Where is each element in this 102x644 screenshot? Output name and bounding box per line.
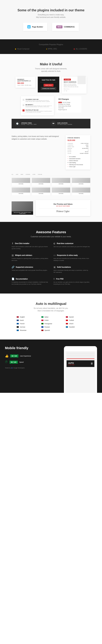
feature-title: Free PSD: [56, 278, 63, 280]
car-item[interactable]: CAR MODEL: [12, 188, 30, 196]
step-item: 2WE REPAIR ITWe honestly estimate the av…: [23, 103, 52, 108]
step-title: YOU PICK UP THE CAR: [25, 110, 52, 110]
car-item[interactable]: CAR MODEL: [72, 188, 90, 196]
oil-title: Oil Changes: [58, 98, 79, 100]
mobile-title: Mobile friendly: [5, 346, 61, 350]
car-item[interactable]: CAR MODEL: [52, 178, 70, 186]
language-item: Slovenian: [17, 330, 36, 331]
feature-icon: ▭: [53, 254, 56, 256]
check-item: ✓Electric Windows: [68, 160, 88, 162]
make-sale-button[interactable]: MAKE SALE: [44, 84, 53, 86]
language-name: Portuguese: [45, 323, 52, 324]
flag-icon: [41, 326, 44, 328]
vendeta-card: PORCHE VENDETA $120.000 CATEGORYFORD, PO…: [66, 135, 90, 170]
car-meta: Used • 2008 • 30.000 miles: [17, 84, 33, 86]
compat-item: ◆Visual Composer: [15, 48, 29, 50]
check-item: ✓Warranty and Free Service: [68, 164, 88, 166]
speed-score-row: ⏱ 89 / 100 Speed: [5, 360, 61, 364]
flag-icon: [41, 320, 44, 321]
feature-desc: Tested and compatible with most popular …: [12, 269, 49, 271]
language-name: Swedish: [69, 326, 75, 328]
language-item: Spanish: [41, 330, 61, 331]
car-title: MASERATI QUATTROPORTE 1.6: [17, 79, 33, 82]
feature-icon: ⬇: [12, 242, 14, 245]
car-item[interactable]: CAR MODEL: [72, 178, 90, 186]
seller-desc: Becky is our best consultant when you ar…: [64, 83, 79, 88]
feature-desc: Auto is developer-friendly and easy to c…: [53, 269, 90, 273]
phone-mockup: AUTOREPAIR THEME ☰: [64, 346, 97, 393]
language-name: French: [20, 323, 25, 324]
hamburger-icon[interactable]: ☰: [91, 362, 93, 365]
opening-times: 🕐 OPENING TIMES Monday - Friday: 9:00 - …: [15, 121, 51, 126]
catalog-tabs[interactable]: ALLAUDIBMWCITROENFORDPORCHE: [12, 173, 90, 176]
step-number: 2: [23, 104, 25, 106]
useful-subtitle: Theme comes with well-designed elements,…: [7, 68, 95, 72]
feature-desc: See how your website looks before you pu…: [53, 246, 90, 248]
spec-row: DOORS5: [68, 149, 88, 151]
compat-item: ◉ALL LOUDERS: [74, 48, 87, 50]
compat-item: ●WPML.ORG: [46, 48, 57, 50]
price-card[interactable]: MASERATI QUATTROPORTE 1.6 $60.000 Used •…: [15, 77, 35, 88]
language-name: Polish: [45, 320, 49, 321]
tires-card: Used Tires for Sale MAKE SALE DOWNLOAD C…: [38, 77, 59, 92]
phone-bar: [67, 354, 94, 356]
spec-row: COLORSUNSET ORANGE: [68, 152, 88, 154]
check-icon: ✓: [68, 156, 69, 157]
feature-title: Widgets and sidebars: [15, 254, 32, 256]
feature-title: Real-time customizer: [57, 242, 74, 244]
steps-card: 1YOU BRING YOUR CARYou bring your own ca…: [21, 96, 54, 116]
language-name: Italian: [45, 316, 49, 318]
wpml-icon: ●: [46, 48, 47, 50]
plugins-section: Some of the plugins included in our them…: [0, 0, 102, 39]
oil-item: Royal Purple Oil: [58, 109, 79, 110]
compat-row: ◆Visual Composer ●WPML.ORG ◉ALL LOUDERS: [7, 48, 95, 50]
car-item[interactable]: CAR MODEL: [32, 178, 50, 186]
check-item: ✗Seat Heating: [68, 162, 88, 164]
louder-icon: ◉: [74, 48, 75, 50]
flag-icon: [41, 316, 44, 318]
location-value: 327 Marion Street, Columbia: [57, 124, 72, 125]
plugins-subtitle: Everything you need to create easy, full…: [7, 14, 95, 18]
cards-row-1: MASERATI QUATTROPORTE 1.6 $60.000 Used •…: [7, 77, 95, 94]
flag-icon: [17, 323, 19, 324]
check-icon: ✓: [68, 160, 69, 161]
ux-score-row: 👍 96 / 100 User Experience: [5, 354, 61, 358]
car-price: $60.000: [17, 82, 33, 84]
feature-item: ⎘Free PSDAs our member, you gain access …: [53, 278, 90, 285]
oil-item: Extra Heavy Duty Diesel: [58, 105, 79, 107]
seller-card: Car Seller BECKY ANDERSON Becky is our b…: [62, 77, 87, 94]
language-name: German: [20, 326, 25, 328]
spec-row: CATEGORYFORD, PORCHE: [68, 142, 88, 144]
spec-row: MODEL YEAR2006: [68, 146, 88, 148]
language-name: Spanish: [45, 330, 50, 331]
social-icons[interactable]: f ✔ ⊕: [64, 90, 85, 92]
seller-contact[interactable]: More info on...: [64, 88, 85, 90]
info-bar: 🕐 OPENING TIMES Monday - Friday: 9:00 - …: [12, 119, 90, 128]
check-item: ✓Xenon Light: [68, 166, 88, 168]
mechanic-image: 940 ELECTRIC CARS DEFEAT AGING COMPUTERS: [12, 202, 33, 215]
car-item[interactable]: CAR MODEL: [32, 188, 50, 196]
multilingual-title: Auto is multilingual: [7, 302, 95, 306]
phone-accent: [67, 358, 94, 359]
ux-score: 96 / 100: [10, 354, 18, 358]
plugin-woocommerce[interactable]: WOOCOMMERCE: [52, 23, 79, 31]
phone-bar: [67, 352, 94, 354]
flag-icon: [41, 330, 44, 331]
car-item[interactable]: CAR MODEL: [12, 178, 30, 186]
language-name: Danish: [69, 316, 74, 318]
step-title: WE REPAIR IT: [25, 104, 52, 105]
check-icon: ✓: [68, 166, 69, 167]
feature-desc: As our member, you gain access to a whol…: [53, 281, 90, 285]
times-value: Monday - Friday: 9:00 - 18:00: [21, 124, 36, 125]
spec-row: CONDITIONUSED: [68, 144, 88, 146]
flag-icon: [66, 320, 68, 321]
feature-desc: Import demonstration content with one cl…: [12, 246, 49, 250]
plugin-pagebuilder[interactable]: ◆ Page Builder: [23, 23, 47, 31]
useful-title: Make it Useful: [7, 62, 95, 66]
car-item[interactable]: CAR MODEL: [52, 188, 70, 196]
flag-icon: [17, 330, 19, 331]
plugin-label: Page Builder: [32, 26, 43, 28]
download-coupon-button[interactable]: DOWNLOAD COUPON: [41, 87, 56, 90]
flag-icon: [66, 326, 68, 328]
thumbs-up-icon: 👍: [5, 354, 9, 358]
